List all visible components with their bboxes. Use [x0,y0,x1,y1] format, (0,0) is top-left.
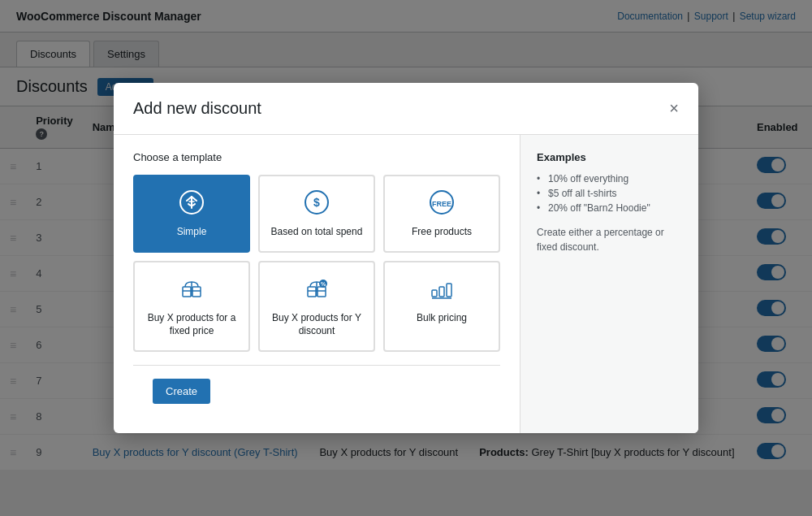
svg-text:%: % [321,281,326,287]
modal-title: Add new discount [133,99,261,118]
example-item: 10% off everything [537,171,682,186]
examples-list: 10% off everything $5 off all t-shirts 2… [537,171,682,215]
svg-rect-10 [317,287,326,297]
svg-rect-17 [447,284,451,297]
svg-text:$: $ [313,196,320,209]
modal-header: Add new discount × [114,83,698,135]
add-discount-modal: Add new discount × Choose a template [114,83,698,434]
template-free-products-label: Free products [412,226,472,239]
total-spend-icon: $ [304,189,330,219]
modal-close-button[interactable]: × [669,100,679,116]
template-total-spend[interactable]: $ Based on total spend [258,175,375,254]
template-bulk-pricing-label: Bulk pricing [417,312,467,325]
modal-overlay[interactable]: Add new discount × Choose a template [0,0,812,470]
create-button[interactable]: Create [153,379,210,404]
svg-rect-9 [308,287,316,297]
template-bulk-pricing[interactable]: Bulk pricing [383,261,500,352]
example-item: $5 off all t-shirts [537,186,682,201]
modal-footer: Create [133,365,500,417]
template-buy-x-fixed-label: Buy X products for a fixed price [145,312,239,337]
template-simple-label: Simple [177,226,207,239]
template-simple[interactable]: Simple [133,175,250,254]
svg-rect-16 [439,287,444,297]
examples-description: Create either a percentage or fixed disc… [537,225,682,254]
simple-icon [179,189,205,219]
svg-rect-5 [183,287,191,297]
template-buy-x-y[interactable]: % Buy X products for Y discount [258,261,375,352]
examples-title: Examples [537,151,682,163]
template-buy-x-fixed[interactable]: Buy X products for a fixed price [133,261,250,352]
template-buy-x-y-label: Buy X products for Y discount [270,312,364,337]
free-products-icon: FREE [429,189,455,219]
choose-template-label: Choose a template [133,151,500,163]
svg-rect-6 [192,287,201,297]
svg-text:FREE: FREE [432,200,451,208]
template-free-products[interactable]: FREE Free products [383,175,500,254]
svg-rect-15 [432,290,437,297]
buy-x-y-icon: % [304,275,330,306]
modal-left: Choose a template [114,135,520,434]
buy-x-fixed-icon [179,275,205,306]
template-total-spend-label: Based on total spend [271,226,363,239]
modal-body: Choose a template [114,135,698,434]
template-grid: Simple $ Based on total spend [133,175,500,353]
modal-right: Examples 10% off everything $5 off all t… [520,135,698,434]
example-item: 20% off "Barn2 Hoodie" [537,201,682,215]
bulk-pricing-icon [429,275,455,306]
